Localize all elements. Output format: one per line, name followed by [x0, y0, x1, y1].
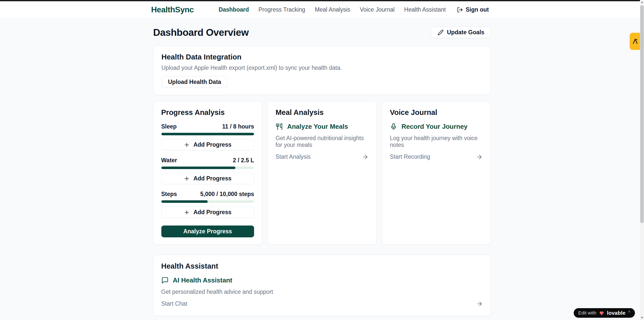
- meal-analysis-description: Get AI-powered nutritional insights for …: [275, 135, 369, 148]
- plus-icon: [184, 176, 190, 182]
- app-logo[interactable]: HealthSync: [151, 5, 194, 14]
- nav-item-health-assistant[interactable]: Health Assistant: [404, 6, 446, 13]
- start-chat-link[interactable]: Start Chat: [161, 300, 483, 307]
- start-recording-link[interactable]: Start Recording: [390, 153, 483, 160]
- add-progress-button-sleep[interactable]: Add Progress: [161, 139, 254, 150]
- progress-analysis-card: Progress Analysis Sleep 11 / 8 hours Add…: [153, 101, 262, 245]
- pencil-icon: [438, 29, 444, 36]
- meal-analysis-title: Meal Analysis: [275, 108, 369, 117]
- add-progress-button-water[interactable]: Add Progress: [161, 173, 254, 184]
- start-analysis-link[interactable]: Start Analysis: [275, 153, 369, 160]
- utensils-icon: [275, 123, 283, 130]
- app-header: HealthSync Dashboard Progress Tracking M…: [0, 1, 640, 18]
- voice-journal-title: Voice Journal: [390, 108, 483, 117]
- analyze-progress-button[interactable]: Analyze Progress: [161, 226, 254, 237]
- health-data-integration-card: Health Data Integration Upload your Appl…: [153, 46, 491, 95]
- close-icon[interactable]: ×: [628, 309, 630, 314]
- progress-group-water: Water 2 / 2.5 L Add Progress: [161, 157, 254, 184]
- nav-item-dashboard[interactable]: Dashboard: [219, 6, 249, 13]
- record-your-journey-link[interactable]: Record Your Journey: [390, 123, 483, 131]
- main-content: Dashboard Overview Update Goals Health D…: [153, 18, 491, 320]
- update-goals-button[interactable]: Update Goals: [431, 27, 491, 38]
- add-progress-button-steps[interactable]: Add Progress: [161, 207, 254, 218]
- integration-description: Upload your Apple Health export (export.…: [162, 65, 483, 71]
- plus-icon: [184, 209, 190, 215]
- sign-out-button[interactable]: Sign out: [457, 6, 489, 13]
- nav-item-progress-tracking[interactable]: Progress Tracking: [259, 6, 305, 13]
- progress-label: Water: [161, 157, 177, 164]
- progress-value: 5,000 / 10,000 steps: [200, 191, 254, 198]
- main-nav: Dashboard Progress Tracking Meal Analysi…: [219, 6, 489, 13]
- chat-bubble-icon: [161, 277, 169, 284]
- progress-value: 11 / 8 hours: [222, 123, 254, 130]
- arrow-right-icon: [476, 154, 483, 160]
- voice-journal-description: Log your health journey with voice notes: [390, 135, 483, 148]
- progress-group-sleep: Sleep 11 / 8 hours Add Progress: [161, 123, 254, 150]
- progress-value: 2 / 2.5 L: [233, 157, 254, 164]
- meal-analysis-card: Meal Analysis Analyze Your Meals Get AI-…: [267, 101, 377, 245]
- lovable-logo-icon: [632, 38, 638, 45]
- scrollbar-thumb[interactable]: [640, 6, 644, 223]
- progress-bar-water: [161, 167, 254, 169]
- edit-with-lovable-badge[interactable]: Edit with lovable ×: [574, 308, 635, 318]
- nav-item-voice-journal[interactable]: Voice Journal: [360, 6, 395, 13]
- voice-journal-card: Voice Journal Record Your Journey Log yo…: [382, 101, 491, 245]
- plus-icon: [184, 142, 190, 148]
- health-assistant-title: Health Assistant: [161, 262, 483, 270]
- progress-bar-steps: [161, 200, 254, 203]
- arrow-right-icon: [476, 301, 483, 307]
- lovable-fab-button[interactable]: [630, 33, 641, 50]
- sign-out-label: Sign out: [466, 6, 489, 13]
- integration-title: Health Data Integration: [162, 53, 483, 61]
- page-title: Dashboard Overview: [153, 27, 249, 38]
- scrollbar[interactable]: ▲ ▼: [640, 0, 644, 320]
- upload-health-data-button[interactable]: Upload Health Data: [162, 76, 228, 88]
- scroll-up-arrow[interactable]: ▲: [640, 0, 644, 4]
- arrow-right-icon: [362, 154, 369, 160]
- progress-bar-sleep: [161, 133, 254, 135]
- health-assistant-card: Health Assistant AI Health Assistant Get…: [153, 255, 491, 316]
- log-out-icon: [457, 7, 463, 13]
- scroll-down-arrow[interactable]: ▼: [640, 315, 644, 319]
- microphone-icon: [390, 123, 397, 130]
- progress-group-steps: Steps 5,000 / 10,000 steps Add Progress: [161, 191, 254, 218]
- progress-label: Steps: [161, 191, 177, 198]
- progress-label: Sleep: [161, 123, 177, 130]
- nav-item-meal-analysis[interactable]: Meal Analysis: [315, 6, 350, 13]
- ai-health-assistant-link[interactable]: AI Health Assistant: [161, 276, 483, 284]
- analyze-your-meals-link[interactable]: Analyze Your Meals: [275, 123, 369, 131]
- heart-icon: [599, 310, 604, 315]
- progress-analysis-title: Progress Analysis: [161, 108, 254, 117]
- health-assistant-description: Get personalized health advice and suppo…: [161, 289, 483, 295]
